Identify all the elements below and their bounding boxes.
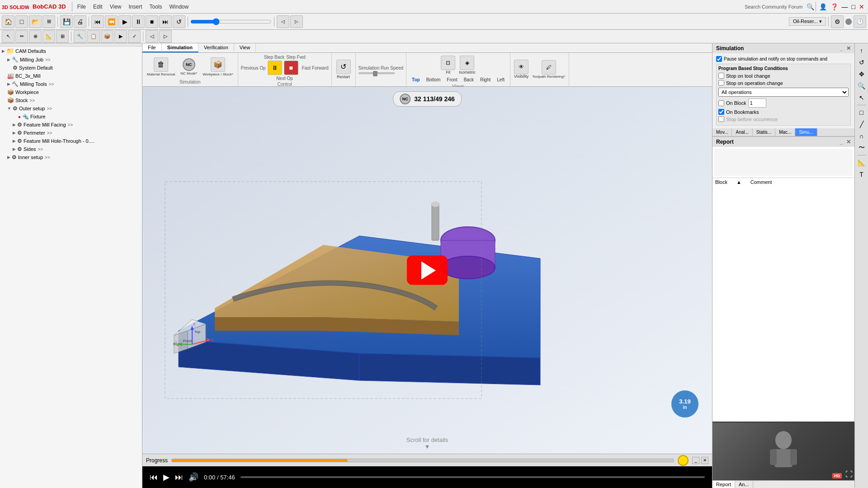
tab-verification[interactable]: Verification <box>198 43 234 52</box>
report-tab-report[interactable]: Report <box>712 481 735 488</box>
fit-btn[interactable]: ⊡ Fit <box>440 55 456 75</box>
menu-file[interactable]: File <box>74 2 90 12</box>
all-operations-dropdown[interactable]: All operations <box>718 88 849 97</box>
progress-minimize[interactable]: _ <box>692 457 699 464</box>
clock-btn[interactable]: 🕐 <box>854 15 866 28</box>
search-icon[interactable]: 🔍 <box>807 3 814 10</box>
oil-reservoir-dropdown[interactable]: Oil-Reser... ▾ <box>789 17 826 26</box>
right-icon-text[interactable]: T <box>856 169 867 180</box>
view-back-btn[interactable]: Back <box>461 76 476 83</box>
right-icon-zoom[interactable]: 🔍 <box>856 80 867 91</box>
vc-volume-btn[interactable]: 🔊 <box>189 472 198 482</box>
tree-milling-tools[interactable]: ▶ 🔨 Milling Tools >> <box>5 80 142 88</box>
right-icon-select[interactable]: □ <box>856 107 867 118</box>
tab-mov[interactable]: Mov... <box>712 128 732 136</box>
tree-feature-mill-facing[interactable]: ▶ ⚙ Feature Mill Facing >> <box>11 121 142 129</box>
progress-indicator[interactable] <box>678 455 689 466</box>
draw-btn[interactable]: ✏ <box>15 30 28 43</box>
workpiece-stock-btn[interactable]: 📦 Workpiece / Stock* <box>201 56 235 77</box>
new-btn[interactable]: □ <box>15 15 28 28</box>
right-icon-measure[interactable]: 📐 <box>856 157 867 168</box>
vc-next-btn[interactable]: ⏭ <box>175 473 183 482</box>
right-icon-rotate[interactable]: ↺ <box>856 57 867 68</box>
tree-workpiece[interactable]: 📦 Workpiece <box>5 88 142 96</box>
verify-btn[interactable]: ✓ <box>128 30 141 43</box>
home-btn[interactable]: 🏠 <box>2 15 14 28</box>
speed-thumb[interactable] <box>373 71 377 76</box>
layer-btn[interactable]: ⊞ <box>56 30 69 43</box>
simulation-slider[interactable] <box>190 18 272 25</box>
sim-panel-minimize[interactable]: _ <box>840 45 843 52</box>
print-btn[interactable]: 🖨 <box>74 15 86 28</box>
block-number-input[interactable] <box>748 99 766 108</box>
tree-inner-setup[interactable]: ▶ ⚙ Inner setup >> <box>5 153 142 161</box>
speed-down-btn[interactable]: ◁ <box>277 15 289 28</box>
view-right-btn[interactable]: Right <box>477 76 493 83</box>
import-btn[interactable]: ⊞ <box>42 15 55 28</box>
right-icon-spline[interactable]: 〜 <box>856 142 867 153</box>
menu-tools[interactable]: Tools <box>146 2 166 12</box>
sim-panel-close[interactable]: ✕ <box>846 45 851 52</box>
isometric-btn[interactable]: ◈ Isometric <box>458 55 476 75</box>
report-minimize[interactable]: _ <box>840 139 843 145</box>
restart-btn[interactable]: ↺ Restart <box>335 59 353 80</box>
report-close[interactable]: ✕ <box>846 139 851 145</box>
expand-btn[interactable]: ⛶ <box>845 470 853 479</box>
restore-icon[interactable]: □ <box>852 3 855 10</box>
progress-track[interactable] <box>171 459 674 462</box>
help-icon[interactable]: ❓ <box>830 3 838 10</box>
tree-feature-mill-hole[interactable]: ▶ ⚙ Feature Mill Hole-Through - 0.281... <box>11 137 142 145</box>
tab-simu[interactable]: Simu... <box>795 128 817 136</box>
tab-mac[interactable]: Mac... <box>775 128 795 136</box>
tree-outer-setup[interactable]: ▼ ⚙ Outer setup >> <box>5 104 142 113</box>
view-left-btn[interactable]: Left <box>494 76 507 83</box>
cam-btn[interactable]: 🔧 <box>74 30 86 43</box>
stop-btn[interactable]: ■ <box>284 61 298 75</box>
tree-bc3x-mill[interactable]: 🏭 BC_3x_Mill <box>5 72 142 80</box>
right-icon-arc[interactable]: ∩ <box>856 131 867 141</box>
right-icon-line[interactable]: ╱ <box>856 119 867 130</box>
toolpath-rendering-btn[interactable]: 🖊 Toolpath Rendering* <box>531 59 566 80</box>
close-icon[interactable]: ✕ <box>859 3 864 10</box>
tab-anal[interactable]: Anal... <box>732 128 752 136</box>
prev-btn2[interactable]: ◁ <box>146 30 158 43</box>
menu-insert[interactable]: Insert <box>125 2 146 12</box>
progress-close[interactable]: ✕ <box>701 457 708 464</box>
view-front-btn[interactable]: Front <box>444 76 460 83</box>
transform-btn[interactable]: ⊕ <box>29 30 42 43</box>
tree-stock[interactable]: 📦 Stock >> <box>5 96 142 104</box>
vc-prev-btn[interactable]: ⏮ <box>150 473 158 482</box>
material-removal-btn[interactable]: 🗑 Material Removal <box>145 56 177 77</box>
settings-btn[interactable]: ⚙ <box>831 15 844 28</box>
vc-play-btn[interactable]: ▶ <box>163 472 170 482</box>
menu-window[interactable]: Window <box>166 2 193 12</box>
visibility-btn[interactable]: 👁 Visibility <box>513 59 529 80</box>
refresh-btn[interactable]: ↺ <box>173 15 185 28</box>
skip-back-btn[interactable]: ⏮ <box>91 15 104 28</box>
next-btn2[interactable]: ▷ <box>159 30 172 43</box>
select-btn[interactable]: ↖ <box>2 30 14 43</box>
right-icon-cursor[interactable]: ↖ <box>856 92 867 103</box>
save-btn[interactable]: 💾 <box>60 15 73 28</box>
search-community[interactable]: Search Community Forum <box>741 4 806 9</box>
tab-file[interactable]: File <box>142 43 162 52</box>
yt-play-button[interactable] <box>407 256 448 285</box>
stop-before-occurrence-checkbox[interactable] <box>718 116 724 122</box>
tree-perimeter[interactable]: ▶ ⚙ Perimeter >> <box>11 129 142 137</box>
tree-sides[interactable]: ▶ ⚙ Sides >> <box>11 145 142 153</box>
view-bottom-btn[interactable]: Bottom <box>424 76 443 83</box>
minimize-icon[interactable]: — <box>842 3 848 10</box>
play-btn[interactable]: ▶ <box>118 15 131 28</box>
on-bookmarks-checkbox[interactable] <box>718 109 724 115</box>
nc-mode-btn[interactable]: NC NC Mode* <box>179 57 199 76</box>
tree-fixture[interactable]: ● 🔩 Fixture <box>16 113 142 121</box>
on-block-checkbox[interactable] <box>718 100 724 106</box>
tab-simulation[interactable]: Simulation <box>162 43 198 52</box>
tree-milling-job[interactable]: ▶ 🔧 Milling Job >> <box>5 56 142 64</box>
tab-view[interactable]: View <box>234 43 256 52</box>
vc-progress-bar[interactable] <box>241 476 705 478</box>
pause-checkbox[interactable] <box>716 56 722 62</box>
tree-cam-defaults[interactable]: ▶ 📁 CAM Defaults <box>0 47 142 56</box>
yt-play-overlay[interactable] <box>407 256 448 285</box>
user-icon[interactable]: 👤 <box>819 3 827 10</box>
